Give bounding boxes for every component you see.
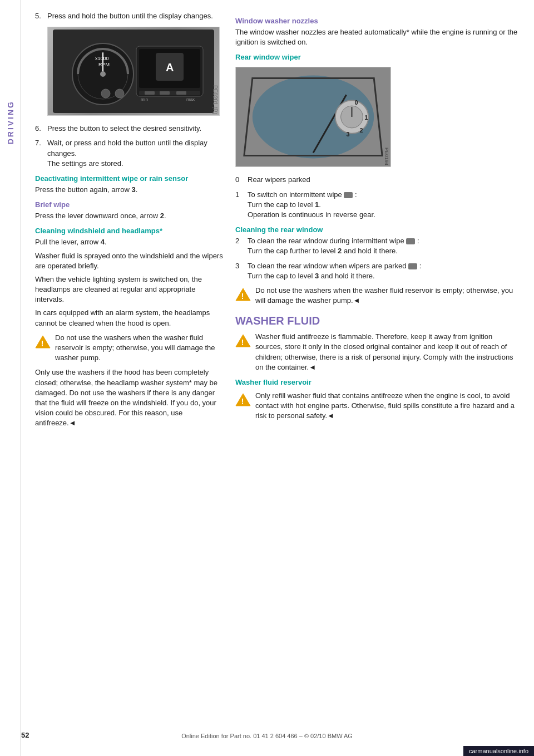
- item-0-num: 0: [235, 175, 243, 185]
- svg-text:A: A: [166, 61, 174, 73]
- step-7-num: 7.: [35, 138, 44, 169]
- warning-text-3: Washer fluid antifreeze is flammable. Th…: [255, 332, 520, 372]
- item-2-num: 2: [235, 236, 243, 256]
- step-5-text: Press and hold the button until the disp…: [47, 11, 213, 21]
- rear-wiper-image: 0 1 2 3 PE0194: [235, 67, 391, 167]
- warning-box-2: ! Do not use the washers when the washer…: [235, 286, 520, 306]
- item-3: 3 To clean the rear window when wipers a…: [235, 261, 520, 281]
- svg-text:!: !: [241, 397, 244, 406]
- dashboard-caption: PE0201 (R): [212, 85, 218, 114]
- item-2-text2: Turn the cap further to level 2 and hold…: [248, 246, 419, 256]
- svg-text:!: !: [41, 339, 44, 348]
- svg-rect-12: [145, 91, 155, 95]
- svg-text:0: 0: [354, 100, 358, 106]
- item-1-text3: Operation is continuous in reverse gear.: [248, 210, 375, 220]
- deactivating-text: Press the button again, arrow 3.: [35, 185, 224, 195]
- item-3-num: 3: [235, 261, 243, 281]
- item-1: 1 To switch on intermittent wipe : Turn …: [235, 190, 520, 220]
- window-washer-text: The window washer nozzles are heated aut…: [235, 27, 520, 47]
- step-7: 7. Wait, or press and hold the button un…: [35, 138, 224, 169]
- main-content: 5. Press and hold the button until the d…: [21, 0, 534, 756]
- svg-text:2: 2: [359, 127, 363, 134]
- svg-text:3: 3: [347, 131, 350, 138]
- deactivating-heading: Deactivating intermittent wipe or rain s…: [35, 174, 224, 183]
- warning-triangle-icon-4: !: [235, 392, 251, 408]
- warning-triangle-icon-3: !: [235, 333, 251, 348]
- svg-text:1: 1: [364, 114, 368, 121]
- rear-wiper-svg: 0 1 2 3: [236, 67, 390, 167]
- svg-point-6: [100, 71, 106, 77]
- wipe-icon-1: [344, 192, 353, 198]
- cleaning-text5: Only use the washers if the hood has bee…: [35, 367, 224, 428]
- brief-wipe-heading: Brief wipe: [35, 200, 224, 209]
- item-1-text2: Turn the cap to level 1.: [248, 200, 375, 210]
- svg-text:min: min: [141, 97, 148, 102]
- rear-window-wiper-heading: Rear window wiper: [235, 53, 520, 61]
- warning-triangle-icon-1: !: [35, 334, 51, 350]
- item-0: 0 Rear wipers parked: [235, 175, 520, 185]
- warning-text-2: Do not use the washers when the washer f…: [255, 286, 520, 306]
- dashboard-svg: x1000 RPM A: [53, 30, 214, 113]
- svg-text:max: max: [186, 97, 195, 102]
- arrow-3-ref: 3: [131, 185, 135, 194]
- footer: Online Edition for Part no. 01 41 2 604 …: [181, 733, 353, 739]
- warning-text-1: Do not use the washers when the washer f…: [55, 333, 224, 364]
- svg-rect-13: [160, 91, 170, 95]
- left-column: 5. Press and hold the button until the d…: [35, 11, 224, 734]
- rear-wiper-caption: PE0194: [384, 148, 389, 165]
- page-container: DRIVING 5. Press and hold the button unt…: [0, 0, 534, 756]
- item-2-text: To clean the rear window during intermit…: [248, 236, 419, 246]
- warning-box-3: ! Washer fluid antifreeze is flammable. …: [235, 332, 520, 372]
- svg-text:!: !: [241, 292, 244, 301]
- item-3-text: To clean the rear window when wipers are…: [248, 261, 421, 271]
- svg-text:RPM: RPM: [98, 62, 110, 67]
- item-3-text2: Turn the cap to level 3 and hold it ther…: [248, 271, 421, 281]
- warning-box-1: ! Do not use the washers when the washer…: [35, 333, 224, 364]
- svg-text:x1000: x1000: [95, 56, 109, 61]
- svg-rect-14: [176, 91, 186, 95]
- step-7-text2: The settings are stored.: [47, 159, 224, 169]
- page-number: 52: [21, 731, 29, 739]
- washer-fluid-heading: WASHER FLUID: [235, 315, 520, 327]
- step-5: 5. Press and hold the button until the d…: [35, 11, 224, 21]
- step-6: 6. Press the button to select the desire…: [35, 124, 224, 134]
- item-0-text: Rear wipers parked: [248, 175, 310, 185]
- warning-text-4: Only refill washer fluid that contains a…: [255, 391, 520, 421]
- item-1-num: 1: [235, 190, 243, 220]
- step-7-text: Wait, or press and hold the button until…: [47, 138, 224, 158]
- sidebar-driving-label: DRIVING: [6, 100, 15, 144]
- washer-fluid-reservoir-heading: Washer fluid reservoir: [235, 378, 520, 386]
- dashboard-image: x1000 RPM A: [47, 27, 220, 116]
- item-1-text: To switch on intermittent wipe :: [248, 190, 375, 200]
- item-2: 2 To clean the rear window during interm…: [235, 236, 520, 256]
- warning-box-4: ! Only refill washer fluid that contains…: [235, 391, 520, 421]
- cleaning-rear-heading: Cleaning the rear window: [235, 225, 520, 234]
- wipe-icon-2: [406, 238, 415, 244]
- svg-point-17: [101, 89, 110, 98]
- step-5-num: 5.: [35, 11, 44, 21]
- cleaning-text4: In cars equipped with an alarm system, t…: [35, 308, 224, 328]
- svg-text:!: !: [241, 338, 244, 347]
- watermark: carmanualsonline.info: [463, 746, 534, 756]
- right-column: Window washer nozzles The window washer …: [235, 11, 520, 734]
- wipe-icon-3: [408, 263, 417, 269]
- sidebar: DRIVING: [0, 0, 21, 756]
- cleaning-text3: When the vehicle lighting system is swit…: [35, 274, 224, 305]
- cleaning-text1: Pull the lever, arrow 4.: [35, 237, 224, 247]
- svg-point-18: [115, 89, 124, 98]
- step-6-text: Press the button to select the desired s…: [47, 124, 201, 134]
- warning-triangle-icon-2: !: [235, 287, 251, 302]
- rear-wiper-inner: 0 1 2 3: [236, 67, 390, 166]
- step-6-num: 6.: [35, 124, 44, 134]
- cleaning-text2: Washer fluid is sprayed onto the windshi…: [35, 251, 224, 271]
- dashboard-image-inner: x1000 RPM A: [48, 27, 219, 115]
- window-washer-heading: Window washer nozzles: [235, 17, 520, 25]
- cleaning-windshield-heading: Cleaning windshield and headlamps*: [35, 227, 224, 235]
- arrow-4-ref: 4: [101, 238, 105, 246]
- arrow-2-ref: 2: [160, 212, 164, 220]
- brief-wipe-text: Press the lever downward once, arrow 2.: [35, 211, 224, 221]
